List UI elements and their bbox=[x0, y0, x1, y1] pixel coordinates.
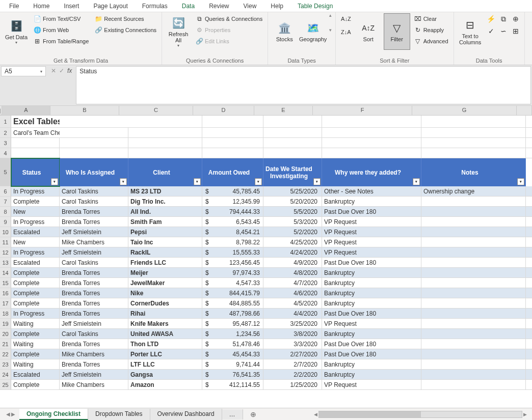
amount-cell[interactable]: $15,555.33 bbox=[202, 247, 263, 258]
data-validation-icon[interactable]: ✓ bbox=[486, 25, 497, 37]
cell[interactable] bbox=[526, 207, 532, 217]
cell[interactable] bbox=[60, 148, 128, 158]
date-cell[interactable]: 5/5/2020 bbox=[263, 207, 322, 217]
col-header-G[interactable]: G bbox=[412, 106, 517, 115]
notes-cell[interactable] bbox=[421, 359, 526, 370]
existing-connections-button[interactable]: 🔗Existing Connections bbox=[93, 24, 158, 36]
amount-cell[interactable]: $4,547.33 bbox=[202, 278, 263, 288]
amount-cell[interactable]: $412,114.55 bbox=[202, 380, 263, 390]
client-cell[interactable]: Taio Inc bbox=[128, 237, 202, 247]
notes-cell[interactable] bbox=[421, 217, 526, 227]
client-cell[interactable]: LTF LLC bbox=[128, 359, 202, 370]
why-cell[interactable]: Bankruptcy bbox=[322, 268, 421, 278]
cell[interactable] bbox=[526, 197, 532, 207]
col-header-B[interactable]: B bbox=[50, 106, 119, 115]
why-cell[interactable]: Bankruptcy bbox=[322, 298, 421, 309]
cell[interactable] bbox=[526, 138, 532, 148]
client-cell[interactable]: Amazon bbox=[128, 380, 202, 390]
amount-cell[interactable]: $1,234.56 bbox=[202, 329, 263, 339]
date-cell[interactable]: 2/2/2020 bbox=[263, 370, 322, 380]
amount-cell[interactable]: $6,543.45 bbox=[202, 217, 263, 227]
refresh-all-button[interactable]: 🔄 Refresh All ▾ bbox=[165, 13, 192, 50]
who-cell[interactable]: Carol Taskins bbox=[60, 258, 128, 268]
who-cell[interactable]: Jeff Smielstein bbox=[60, 319, 128, 329]
status-cell[interactable]: Complete bbox=[11, 349, 60, 359]
client-cell[interactable]: Dig Trio Inc. bbox=[128, 197, 202, 207]
amount-cell[interactable]: $45,454.33 bbox=[202, 349, 263, 359]
cell[interactable] bbox=[263, 138, 322, 148]
cell[interactable] bbox=[526, 349, 532, 359]
cell[interactable] bbox=[526, 309, 532, 319]
client-cell[interactable]: Nike bbox=[128, 288, 202, 298]
why-cell[interactable]: Past Due Over 180 bbox=[322, 339, 421, 349]
row-header[interactable]: 4 bbox=[0, 148, 11, 158]
from-web-button[interactable]: 🌐From Web bbox=[32, 24, 91, 36]
col-header-extra[interactable] bbox=[517, 106, 532, 115]
clear-button[interactable]: ⌧Clear bbox=[412, 13, 450, 24]
table-header-notes[interactable]: Notes▾ bbox=[421, 158, 526, 186]
who-cell[interactable]: Carol Taskins bbox=[60, 186, 128, 197]
sort-button[interactable]: A↕Z Sort bbox=[355, 13, 382, 50]
status-cell[interactable]: Escalated bbox=[11, 258, 60, 268]
cell[interactable] bbox=[526, 227, 532, 237]
client-cell[interactable]: Thon LTD bbox=[128, 339, 202, 349]
row-header[interactable]: 2 bbox=[0, 128, 11, 138]
client-cell[interactable]: United AWASA bbox=[128, 329, 202, 339]
geography-button[interactable]: 🗺️ Geography bbox=[300, 13, 326, 50]
client-cell[interactable]: Meijer bbox=[128, 268, 202, 278]
cell[interactable] bbox=[526, 278, 532, 288]
cell[interactable] bbox=[263, 128, 322, 138]
select-all-button[interactable] bbox=[0, 106, 2, 115]
col-header-C[interactable]: C bbox=[119, 106, 193, 115]
cell[interactable] bbox=[263, 148, 322, 158]
col-header-E[interactable]: E bbox=[254, 106, 313, 115]
who-cell[interactable]: Brenda Torres bbox=[60, 217, 128, 227]
cell[interactable] bbox=[202, 128, 263, 138]
col-header-D[interactable]: D bbox=[193, 106, 254, 115]
notes-cell[interactable] bbox=[421, 278, 526, 288]
notes-cell[interactable] bbox=[421, 319, 526, 329]
notes-cell[interactable] bbox=[421, 197, 526, 207]
cell[interactable] bbox=[263, 116, 322, 128]
row-header[interactable]: 9 bbox=[0, 217, 11, 227]
who-cell[interactable]: Brenda Torres bbox=[60, 207, 128, 217]
date-cell[interactable]: 5/20/2020 bbox=[263, 197, 322, 207]
menu-insert[interactable]: Insert bbox=[57, 1, 86, 12]
notes-cell[interactable] bbox=[421, 247, 526, 258]
amount-cell[interactable]: $45,785.45 bbox=[202, 186, 263, 197]
row-header[interactable]: 23 bbox=[0, 359, 11, 370]
status-cell[interactable]: Waiting bbox=[11, 339, 60, 349]
recent-sources-button[interactable]: 📁Recent Sources bbox=[93, 13, 158, 24]
filter-dropdown-icon[interactable]: ▾ bbox=[313, 178, 321, 185]
add-sheet-button[interactable]: ⊕ bbox=[243, 409, 263, 420]
chevron-up-icon[interactable]: ▲ bbox=[328, 13, 332, 18]
why-cell[interactable]: Other - See Notes bbox=[322, 186, 421, 197]
menu-view[interactable]: View bbox=[236, 1, 264, 12]
date-cell[interactable]: 3/8/2020 bbox=[263, 329, 322, 339]
cell[interactable] bbox=[526, 288, 532, 298]
amount-cell[interactable]: $487,798.66 bbox=[202, 309, 263, 319]
status-cell[interactable]: Escalated bbox=[11, 370, 60, 380]
date-cell[interactable]: 5/3/2020 bbox=[263, 217, 322, 227]
amount-cell[interactable]: $51,478.46 bbox=[202, 339, 263, 349]
why-cell[interactable]: Bankruptcy bbox=[322, 278, 421, 288]
row-header[interactable]: 1 bbox=[0, 116, 11, 128]
notes-cell[interactable]: Ownership change bbox=[421, 186, 526, 197]
cell[interactable] bbox=[128, 128, 202, 138]
why-cell[interactable]: Bankruptcy bbox=[322, 359, 421, 370]
row-header[interactable]: 14 bbox=[0, 268, 11, 278]
notes-cell[interactable] bbox=[421, 227, 526, 237]
cell[interactable] bbox=[202, 116, 263, 128]
date-cell[interactable]: 4/4/2020 bbox=[263, 309, 322, 319]
notes-cell[interactable] bbox=[421, 349, 526, 359]
menu-review[interactable]: Review bbox=[202, 1, 236, 12]
cell[interactable] bbox=[202, 138, 263, 148]
why-cell[interactable]: Bankruptcy bbox=[322, 288, 421, 298]
table-header-who-is-assigned[interactable]: Who Is Assigned▾ bbox=[60, 158, 128, 186]
row-header[interactable]: 16 bbox=[0, 288, 11, 298]
cell[interactable] bbox=[526, 186, 532, 197]
title-cell[interactable]: Excel Tables and Dropdowns Demo bbox=[11, 116, 60, 128]
reapply-button[interactable]: ↻Reapply bbox=[412, 24, 450, 36]
who-cell[interactable]: Mike Chambers bbox=[60, 380, 128, 390]
cell[interactable] bbox=[526, 268, 532, 278]
